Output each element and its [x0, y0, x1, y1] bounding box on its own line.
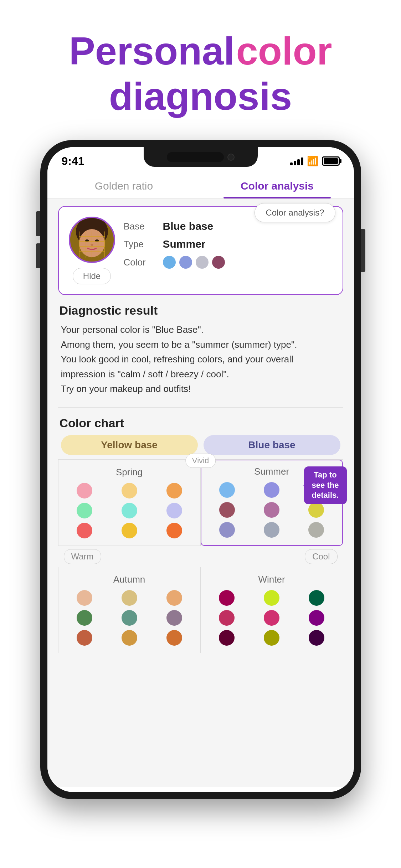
info-row-type: Type Summer	[124, 238, 333, 250]
blue-base-label: Blue base	[204, 435, 340, 455]
summer-dot-2	[264, 482, 279, 498]
battery-fill	[324, 158, 338, 164]
spring-quadrant: Spring	[58, 460, 201, 546]
avatar	[69, 217, 115, 263]
autumn-dot-5	[122, 610, 137, 626]
spring-dot-3	[166, 483, 182, 498]
summer-dot-4	[219, 502, 235, 518]
profile-card: Color analysis?	[58, 206, 343, 295]
section-divider	[58, 407, 343, 408]
yellow-base-label: Yellow base	[61, 435, 198, 455]
phone-frame: 9:41 📶 Golden ratio	[40, 140, 361, 799]
avatar-svg	[70, 217, 114, 263]
summer-dot-5	[264, 502, 279, 518]
vivid-label: Vivid	[185, 454, 216, 468]
battery-icon	[322, 156, 340, 166]
winter-dot-4	[219, 610, 235, 626]
signal-bars-icon	[290, 157, 303, 165]
side-button-volume-down[interactable]	[36, 243, 40, 268]
autumn-dot-3	[166, 590, 182, 606]
diagnostic-title: Diagnostic result	[58, 304, 343, 317]
profile-info: Base Blue base Type Summer Color	[124, 217, 333, 274]
autumn-dot-9	[166, 630, 182, 646]
autumn-dot-7	[77, 630, 92, 646]
info-row-color: Color	[124, 256, 333, 269]
status-time: 9:41	[62, 155, 84, 168]
winter-dot-1	[219, 590, 235, 606]
base-value: Blue base	[163, 220, 214, 232]
spring-dot-7	[77, 523, 92, 538]
hero-word-personal: Personal	[69, 29, 235, 73]
winter-dot-9	[309, 630, 324, 646]
signal-bar-2	[294, 161, 296, 165]
side-button-power[interactable]	[361, 229, 365, 272]
side-button-volume-up[interactable]	[36, 211, 40, 236]
autumn-dot-6	[166, 610, 182, 626]
base-label: Base	[124, 221, 156, 232]
summer-dot-8	[264, 522, 279, 538]
notch-pill	[167, 152, 224, 162]
autumn-dot-4	[77, 610, 92, 626]
svg-point-3	[95, 239, 99, 242]
summer-dot-6	[308, 502, 324, 518]
spring-dot-4	[77, 503, 92, 518]
spring-dots	[64, 483, 195, 538]
winter-quadrant: Winter	[201, 567, 343, 653]
color-chart-title: Color chart	[58, 416, 343, 430]
tabs-row: Golden ratio Color analysis	[47, 172, 354, 199]
winter-dot-2	[264, 590, 279, 606]
summer-dot-1	[219, 482, 235, 498]
spring-dot-8	[122, 523, 137, 538]
chart-outer: Vivid Tap to see the details. Spring	[58, 459, 343, 653]
spring-title: Spring	[64, 467, 195, 478]
phone-screen: 9:41 📶 Golden ratio	[47, 147, 354, 792]
signal-bar-1	[290, 162, 293, 165]
color-dot-3	[196, 256, 209, 269]
color-dot-1	[163, 256, 176, 269]
hide-button[interactable]: Hide	[73, 268, 111, 284]
axis-labels: Warm Cool	[58, 546, 343, 567]
wifi-icon: 📶	[307, 156, 318, 167]
camera-dot	[227, 154, 235, 161]
status-icons: 📶	[290, 156, 340, 167]
color-dot-4	[212, 256, 225, 269]
winter-dots	[206, 590, 337, 646]
signal-bar-4	[301, 157, 303, 165]
spring-dot-6	[166, 503, 182, 518]
signal-bar-3	[297, 159, 300, 165]
page-wrapper: Personal color diagnosis 9:41	[0, 0, 401, 868]
hero-word-diagnosis: diagnosis	[69, 74, 332, 119]
phone-notch	[144, 147, 258, 167]
hero-title: Personal color diagnosis	[47, 0, 353, 140]
winter-dot-7	[219, 630, 235, 646]
winter-dot-8	[264, 630, 279, 646]
tab-golden-ratio[interactable]: Golden ratio	[47, 172, 201, 198]
summer-dot-7	[219, 522, 235, 538]
autumn-dot-1	[77, 590, 92, 606]
spring-dot-5	[122, 503, 137, 518]
winter-dot-6	[309, 610, 324, 626]
color-analysis-help-button[interactable]: Color analysis?	[255, 203, 335, 222]
cool-label: Cool	[305, 549, 337, 564]
warm-label: Warm	[64, 549, 101, 564]
type-label: Type	[124, 239, 156, 250]
winter-dot-3	[309, 590, 324, 606]
autumn-title: Autumn	[64, 574, 195, 585]
hero-word-color: color	[236, 29, 332, 73]
autumn-dot-2	[122, 590, 137, 606]
color-label: Color	[124, 257, 156, 268]
tab-color-analysis[interactable]: Color analysis	[201, 172, 354, 198]
autumn-quadrant: Autumn	[58, 567, 201, 653]
color-chart: Color chart Yellow base Blue base Vivid …	[58, 416, 343, 653]
spring-dot-9	[166, 523, 182, 538]
autumn-dots	[64, 590, 195, 646]
color-dot-2	[179, 256, 192, 269]
tap-tooltip: Tap to see the details.	[304, 466, 347, 504]
summer-dot-9	[308, 522, 324, 538]
diagnostic-text: Your personal color is "Blue Base". Amon…	[58, 322, 343, 397]
winter-title: Winter	[206, 574, 337, 585]
content-area: Color analysis?	[47, 199, 354, 787]
type-value: Summer	[163, 238, 206, 250]
spring-dot-2	[122, 483, 137, 498]
avatar-container: Hide	[69, 217, 115, 284]
